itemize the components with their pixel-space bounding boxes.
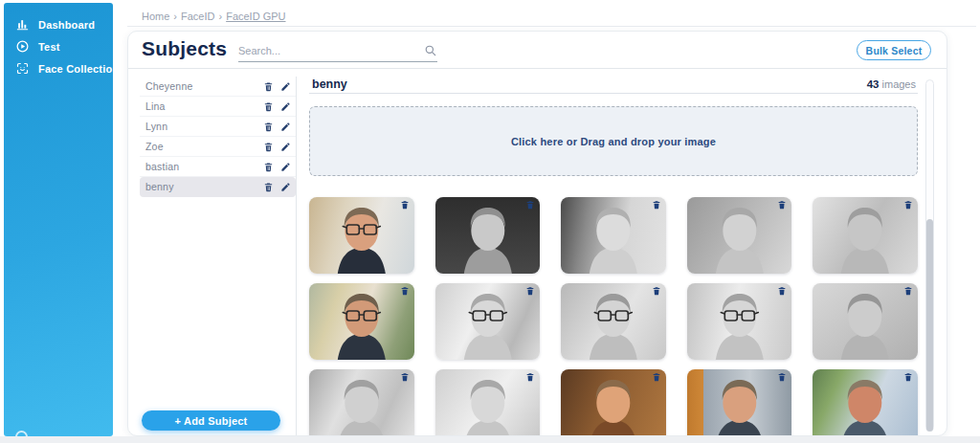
- face-photo-placeholder: [435, 283, 541, 360]
- edit-subject-button[interactable]: [280, 101, 291, 112]
- trash-icon: [777, 372, 787, 382]
- delete-image-button[interactable]: [777, 286, 787, 296]
- trash-icon: [777, 286, 787, 296]
- face-image[interactable]: [687, 197, 792, 274]
- face-photo-placeholder: [309, 369, 414, 436]
- subjects-panel: Cheyenne Lina Lynn: [140, 77, 296, 435]
- breadcrumb-faceid[interactable]: FaceID: [181, 11, 214, 22]
- trash-icon: [903, 286, 913, 296]
- scrollbar-thumb[interactable]: [926, 219, 933, 432]
- face-image[interactable]: [561, 369, 666, 436]
- page-title: Subjects: [142, 37, 227, 60]
- face-photo-placeholder: [309, 283, 414, 360]
- trash-icon: [652, 372, 661, 382]
- delete-image-button[interactable]: [400, 372, 410, 382]
- trash-icon: [263, 162, 274, 172]
- face-photo-placeholder: [813, 197, 918, 274]
- sidebar-item-label: Dashboard: [38, 19, 95, 31]
- face-image[interactable]: [813, 283, 918, 360]
- edit-subject-button[interactable]: [280, 81, 291, 92]
- search-input[interactable]: [238, 41, 416, 60]
- subject-row[interactable]: Lina: [140, 97, 296, 117]
- face-image[interactable]: [309, 369, 414, 436]
- face-photo-placeholder: [561, 369, 666, 436]
- face-image[interactable]: [435, 197, 541, 274]
- subject-row[interactable]: Zoe: [140, 137, 296, 157]
- subject-row[interactable]: Lynn: [140, 117, 296, 137]
- trash-icon: [652, 286, 661, 296]
- trash-icon: [263, 122, 274, 132]
- sidebar-item-test[interactable]: Test: [4, 35, 113, 57]
- face-image[interactable]: [561, 283, 666, 360]
- face-image[interactable]: [687, 283, 792, 360]
- upload-dropzone[interactable]: Click here or Drag and drop your image: [309, 106, 918, 176]
- delete-image-button[interactable]: [903, 286, 913, 296]
- trash-icon: [652, 200, 661, 210]
- delete-image-button[interactable]: [777, 200, 787, 210]
- edit-subject-button[interactable]: [280, 122, 291, 132]
- delete-image-button[interactable]: [903, 372, 913, 382]
- delete-image-button[interactable]: [525, 200, 535, 210]
- bar-chart-icon: [15, 17, 30, 32]
- bulk-select-button[interactable]: Bulk Select: [857, 40, 931, 60]
- face-image[interactable]: [435, 369, 541, 436]
- edit-subject-button[interactable]: [280, 182, 291, 192]
- face-photo-placeholder: [687, 369, 792, 436]
- subject-name: benny: [145, 181, 263, 192]
- sidebar-item-face-collection[interactable]: Face Collection: [4, 57, 113, 79]
- delete-subject-button[interactable]: [263, 142, 274, 152]
- edit-subject-button[interactable]: [280, 142, 291, 152]
- breadcrumb-home[interactable]: Home: [142, 11, 169, 22]
- scrollbar-track[interactable]: [925, 79, 934, 432]
- delete-subject-button[interactable]: [263, 81, 274, 92]
- trash-icon: [525, 372, 535, 382]
- subject-name: Zoe: [145, 141, 263, 152]
- breadcrumb-current[interactable]: FaceID GPU: [226, 11, 285, 22]
- subject-detail-title: benny: [312, 78, 347, 91]
- trash-icon: [400, 286, 410, 296]
- sidebar: Dashboard Test Face Collection: [4, 3, 113, 436]
- play-circle-icon: [15, 39, 30, 54]
- sidebar-item-label: Test: [38, 41, 60, 53]
- subjects-card: Subjects Bulk Select Cheyenne Lina: [127, 31, 947, 436]
- delete-image-button[interactable]: [777, 372, 787, 382]
- face-image[interactable]: [561, 197, 666, 274]
- sidebar-item-dashboard[interactable]: Dashboard: [4, 13, 113, 35]
- face-image[interactable]: [309, 283, 414, 360]
- face-image[interactable]: [813, 369, 918, 436]
- subject-row[interactable]: Cheyenne: [140, 77, 296, 97]
- image-count-number: 43: [867, 78, 880, 90]
- image-count: 43 images: [867, 78, 916, 90]
- image-count-suffix: images: [879, 78, 916, 90]
- search-icon[interactable]: [424, 44, 437, 57]
- pencil-icon: [280, 101, 291, 112]
- delete-subject-button[interactable]: [263, 101, 274, 112]
- delete-subject-button[interactable]: [263, 182, 274, 192]
- delete-image-button[interactable]: [525, 286, 535, 296]
- delete-subject-button[interactable]: [263, 162, 274, 172]
- card-header: Subjects Bulk Select: [128, 32, 947, 69]
- face-image[interactable]: [435, 283, 541, 360]
- subject-detail-header: benny 43 images: [309, 77, 918, 94]
- face-image[interactable]: [813, 197, 918, 274]
- subject-row[interactable]: benny: [140, 177, 296, 197]
- delete-image-button[interactable]: [525, 372, 535, 382]
- delete-image-button[interactable]: [652, 200, 661, 210]
- pencil-icon: [280, 162, 291, 172]
- trash-icon: [400, 200, 410, 210]
- subject-row[interactable]: bastian: [140, 157, 296, 177]
- add-subject-button[interactable]: + Add Subject: [142, 410, 280, 431]
- delete-image-button[interactable]: [652, 372, 661, 382]
- delete-image-button[interactable]: [400, 286, 410, 296]
- delete-subject-button[interactable]: [263, 122, 274, 132]
- delete-image-button[interactable]: [400, 200, 410, 210]
- face-photo-placeholder: [561, 283, 666, 360]
- face-image[interactable]: [687, 369, 792, 436]
- face-image[interactable]: [309, 197, 414, 274]
- breadcrumb-separator: ›: [173, 11, 177, 22]
- edit-subject-button[interactable]: [280, 162, 291, 172]
- subject-list: Cheyenne Lina Lynn: [140, 77, 296, 197]
- delete-image-button[interactable]: [903, 200, 913, 210]
- delete-image-button[interactable]: [652, 286, 661, 296]
- pencil-icon: [280, 81, 291, 92]
